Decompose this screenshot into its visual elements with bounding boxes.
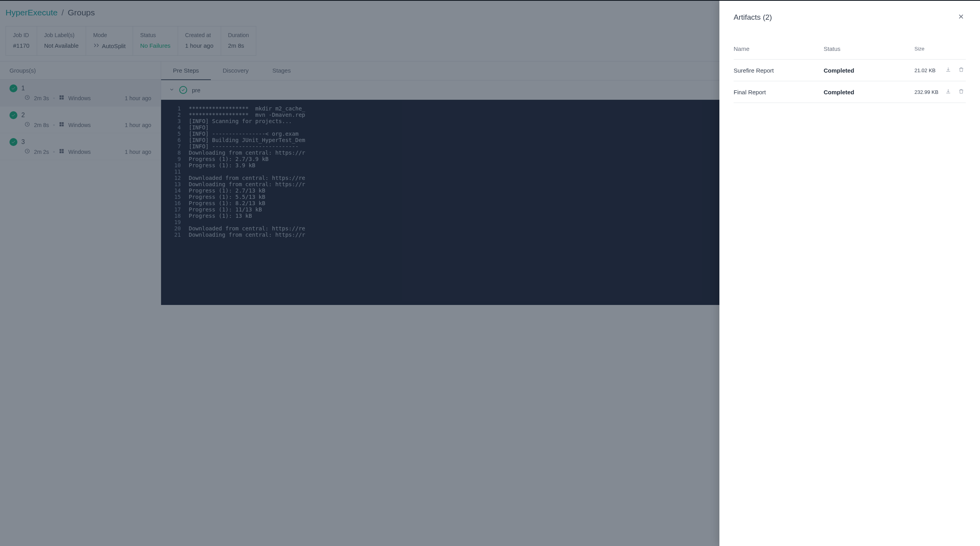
artifact-name: Final Report xyxy=(734,89,824,95)
download-icon xyxy=(945,68,951,74)
trash-icon xyxy=(958,90,964,95)
download-icon xyxy=(945,90,951,95)
delete-button[interactable] xyxy=(958,88,964,95)
download-button[interactable] xyxy=(945,88,951,95)
close-button[interactable] xyxy=(956,12,966,22)
col-status-header: Status xyxy=(824,45,914,52)
artifact-row: Final ReportCompleted232.99 KB xyxy=(734,81,966,103)
col-size-header: Size xyxy=(914,46,942,52)
artifact-size: 21.02 KB xyxy=(914,67,942,73)
artifact-size: 232.99 KB xyxy=(914,89,942,95)
trash-icon xyxy=(958,68,964,74)
download-button[interactable] xyxy=(945,67,951,74)
artifacts-drawer: Artifacts (2) Name Status Size Surefire … xyxy=(719,1,980,546)
artifacts-table: Name Status Size Surefire ReportComplete… xyxy=(734,38,966,103)
drawer-title: Artifacts (2) xyxy=(734,13,772,22)
artifact-row: Surefire ReportCompleted21.02 KB xyxy=(734,60,966,81)
close-icon xyxy=(958,15,964,21)
artifact-status: Completed xyxy=(824,67,914,74)
delete-button[interactable] xyxy=(958,67,964,74)
artifacts-header: Name Status Size xyxy=(734,38,966,60)
artifact-status: Completed xyxy=(824,89,914,95)
col-name-header: Name xyxy=(734,45,824,52)
artifact-name: Surefire Report xyxy=(734,67,824,74)
